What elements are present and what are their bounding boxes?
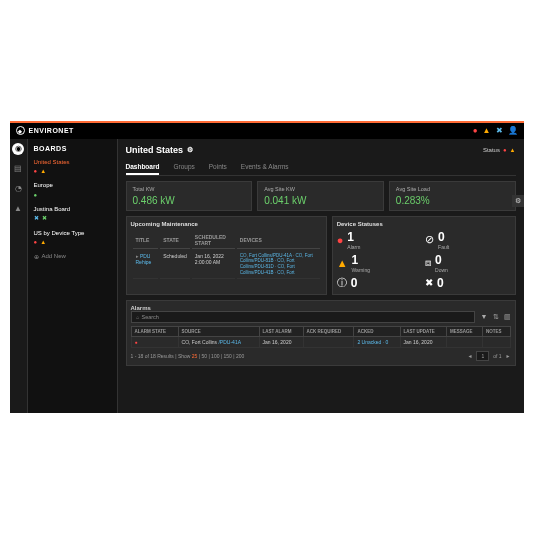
table-row[interactable]: ● CO, Fort Collins /PDU-41A Jan 16, 2020…: [131, 336, 510, 347]
topbar-status-icons: ● ▲ ✖ 👤: [473, 126, 518, 135]
device-statuses-panel: Device Statuses ●1Alarm ⊘0Fault ▲1Warnin…: [332, 216, 516, 295]
kpi-label: Total KW: [133, 186, 246, 192]
alarm-icon: ●: [34, 238, 38, 246]
nav-alarms-icon[interactable]: ▲: [12, 203, 24, 215]
kpi-label: Avg Site KW: [264, 186, 377, 192]
sort-icon[interactable]: ⇅: [493, 313, 499, 321]
pager-size-active[interactable]: 25: [192, 353, 198, 359]
warning-icon: ▲: [40, 167, 46, 175]
alarm-icon: ●: [337, 234, 344, 246]
kpi-label: Avg Site Load: [396, 186, 509, 192]
pager: 1 - 18 of 18 Results | Show 25 | 50 | 10…: [131, 351, 511, 361]
col-start: SCHEDULED START: [192, 232, 235, 249]
board-item-justina[interactable]: Justina Board ✖✖: [34, 205, 111, 223]
col-notes: NOTES: [483, 326, 510, 336]
pager-sizes[interactable]: | 50 | 100 | 150 | 200: [199, 353, 245, 359]
col-message: MESSAGE: [447, 326, 483, 336]
page-total: of 1: [493, 353, 501, 359]
filter-icon[interactable]: ▼: [481, 313, 488, 321]
sidebar: BOARDS United States ●▲ Europe ● Justina…: [28, 139, 118, 413]
col-source: SOURCE: [178, 326, 259, 336]
gear-icon[interactable]: ⚙: [187, 146, 193, 154]
panel-title: Upcoming Maintenance: [131, 221, 322, 227]
board-label: US by Device Type: [34, 229, 111, 237]
upcoming-maintenance-panel: Upcoming Maintenance TITLE STATE SCHEDUL…: [126, 216, 327, 295]
status-fault[interactable]: ⊘0Fault: [425, 230, 510, 250]
warning-icon: ▲: [40, 238, 46, 246]
brand: ◆ ENVIRONET: [16, 126, 74, 135]
page-title: United States ⚙: [126, 145, 194, 155]
sidebar-title: BOARDS: [34, 145, 111, 152]
kpi-value: 0.486 kW: [133, 195, 246, 206]
add-new-button[interactable]: ⊕ Add New: [34, 253, 111, 260]
status-down[interactable]: ⧈0Down: [425, 253, 510, 273]
tab-points[interactable]: Points: [209, 160, 227, 175]
user-icon[interactable]: 👤: [508, 126, 518, 135]
down-icon: ⧈: [425, 257, 431, 269]
warning-icon: ▲: [510, 147, 516, 153]
alarm-icon[interactable]: ●: [473, 126, 478, 135]
search-icon: ⌕: [136, 314, 139, 320]
panel-title: Device Statuses: [337, 221, 511, 227]
kpi-value: 0.283%: [396, 195, 509, 206]
brand-text: ENVIRONET: [29, 127, 74, 134]
kpi-value: 0.041 kW: [264, 195, 377, 206]
warning-icon: ▲: [337, 257, 348, 269]
brand-logo-icon: ◆: [16, 126, 25, 135]
col-title: TITLE: [133, 232, 159, 249]
nav-rail: ◉ ▤ ◔ ▲: [10, 139, 28, 413]
alarm-source: CO, Fort Collins: [182, 339, 218, 345]
kpi-row: Total KW 0.486 kW Avg Site KW 0.041 kW A…: [126, 181, 516, 211]
tools-icon[interactable]: ✖: [496, 126, 503, 135]
board-label: United States: [34, 158, 111, 166]
status-warning[interactable]: ▲1Warning: [337, 253, 422, 273]
col-alarm-state: ALARM STATE: [131, 326, 178, 336]
page-next-icon[interactable]: ►: [506, 353, 511, 359]
search-placeholder: Search: [142, 314, 159, 320]
app-frame: ◆ ENVIRONET ● ▲ ✖ 👤 ◉ ▤ ◔ ▲ BOARDS Unite…: [10, 121, 524, 413]
maint-start: Jan 16, 2022 2:00:00 AM: [192, 251, 235, 279]
ok-icon: ●: [34, 191, 38, 199]
columns-icon[interactable]: ▥: [504, 313, 511, 321]
alarm-update: Jan 16, 2020: [400, 336, 447, 347]
tab-events[interactable]: Events & Alarms: [241, 160, 289, 175]
maint-state: Scheduled: [160, 251, 190, 279]
main-content: United States ⚙ Status ● ▲ Dashboard Gro…: [118, 139, 524, 413]
status-alarm[interactable]: ●1Alarm: [337, 230, 422, 250]
maint-devices[interactable]: CO, Fort Collins/PDU-41A · CO, Fort Coll…: [237, 251, 320, 279]
warning-icon[interactable]: ▲: [483, 126, 491, 135]
tab-groups[interactable]: Groups: [173, 160, 194, 175]
alarm-acked[interactable]: 2 Unacked · 0: [354, 336, 400, 347]
col-last-update: LAST UPDATE: [400, 326, 447, 336]
topbar: ◆ ENVIRONET ● ▲ ✖ 👤: [10, 123, 524, 139]
panel-settings-button[interactable]: ⚙: [512, 195, 524, 207]
search-input[interactable]: ⌕ Search: [131, 311, 475, 323]
tabs: Dashboard Groups Points Events & Alarms: [126, 160, 516, 176]
fault-icon: ⊘: [425, 233, 434, 246]
alarm-icon: ●: [34, 167, 38, 175]
kpi-avg-site-kw: Avg Site KW 0.041 kW: [257, 181, 384, 211]
col-state: STATE: [160, 232, 190, 249]
tools-icon: ✖: [42, 214, 47, 222]
page-current[interactable]: 1: [476, 351, 489, 361]
page-prev-icon[interactable]: ◄: [467, 353, 472, 359]
table-row[interactable]: ▸ PDU Rehipe Scheduled Jan 16, 2022 2:00…: [133, 251, 320, 279]
kpi-avg-site-load: Avg Site Load 0.283%: [389, 181, 516, 211]
status-maint2[interactable]: ✖0: [425, 276, 510, 290]
alarm-source-link[interactable]: /PDU-41A: [218, 339, 241, 345]
board-item-devtype[interactable]: US by Device Type ●▲: [34, 229, 111, 247]
tools-icon: ✖: [34, 214, 39, 222]
status-maint[interactable]: ⓘ0: [337, 276, 422, 290]
status-indicator: Status ● ▲: [483, 147, 516, 153]
board-item-us[interactable]: United States ●▲: [34, 158, 111, 176]
tools-icon: ✖: [425, 277, 433, 288]
nav-boards-icon[interactable]: ◉: [12, 143, 24, 155]
board-label: Justina Board: [34, 205, 111, 213]
nav-reports-icon[interactable]: ◔: [12, 183, 24, 195]
nav-sites-icon[interactable]: ▤: [12, 163, 24, 175]
kpi-total-kw: Total KW 0.486 kW: [126, 181, 253, 211]
board-item-europe[interactable]: Europe ●: [34, 181, 111, 199]
alarm-icon: ●: [503, 147, 507, 153]
tab-dashboard[interactable]: Dashboard: [126, 160, 160, 175]
col-devices: DEVICES: [237, 232, 320, 249]
